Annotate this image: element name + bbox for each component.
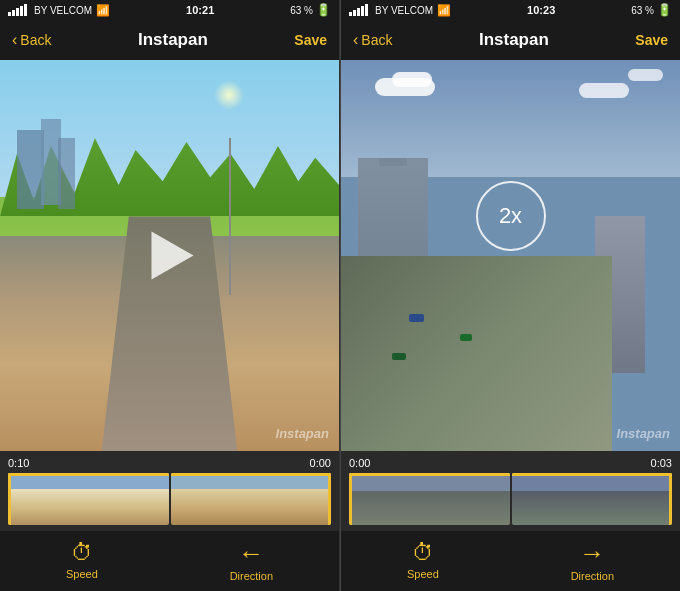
status-left: BY VELCOM 📶 (8, 4, 110, 17)
time-end-right: 0:03 (651, 457, 672, 469)
time-start-right: 0:00 (349, 457, 370, 469)
carrier-right: BY VELCOM (375, 5, 433, 16)
signal-icon-right (349, 4, 368, 16)
nav-bar-left: ‹ Back Instapan Save (0, 20, 339, 60)
wifi-icon: 📶 (96, 4, 110, 17)
border-b (8, 473, 169, 476)
cloud-2 (392, 72, 432, 87)
border-l (8, 473, 11, 525)
time-start-left: 0:10 (8, 457, 29, 469)
back-label-right: Back (361, 32, 392, 48)
video-area-left[interactable]: Instapan (0, 60, 339, 451)
city-scene (341, 60, 680, 451)
wifi-icon-right: 📶 (437, 4, 451, 17)
status-bar-right: BY VELCOM 📶 10:23 63 % 🔋 (341, 0, 680, 20)
speed-icon-right: ⏱ (412, 542, 434, 564)
app-title-right: Instapan (479, 30, 549, 50)
controls-bar-right: ⏱ Speed → Direction (341, 531, 680, 591)
carrier-left: BY VELCOM (34, 5, 92, 16)
chevron-left-icon-right: ‹ (353, 31, 358, 49)
timeline-strip-left[interactable] (8, 473, 331, 525)
frame-2-left[interactable] (171, 473, 332, 525)
save-button-right[interactable]: Save (635, 32, 668, 48)
direction-label-right: Direction (571, 570, 614, 582)
speed-label-left: Speed (66, 568, 98, 580)
frame-2-right[interactable] (512, 473, 673, 525)
speed-icon-left: ⏱ (71, 542, 93, 564)
border-r-r (669, 473, 672, 525)
cloud-4 (628, 69, 663, 81)
border-b2 (171, 473, 332, 476)
car-1 (409, 314, 424, 322)
back-button-right[interactable]: ‹ Back (353, 31, 392, 49)
direction-arrow-right: → (579, 540, 605, 566)
controls-bar-left: ⏱ Speed ← Direction (0, 531, 339, 591)
direction-label-left: Direction (230, 570, 273, 582)
battery-icon-right: 🔋 (657, 3, 672, 17)
signal-icon (8, 4, 27, 16)
frame-1-right[interactable] (349, 473, 510, 525)
border-b-r2 (512, 473, 673, 476)
right-phone-screen: BY VELCOM 📶 10:23 63 % 🔋 ‹ Back Instapan… (340, 0, 680, 591)
timecodes-left: 0:10 0:00 (8, 457, 331, 469)
road-area (341, 256, 612, 452)
direction-btn-left[interactable]: ← Direction (230, 540, 273, 582)
back-button-left[interactable]: ‹ Back (12, 31, 51, 49)
timecodes-right: 0:00 0:03 (349, 457, 672, 469)
time-right: 10:23 (527, 4, 555, 16)
time-left: 10:21 (186, 4, 214, 16)
building-3 (58, 138, 75, 208)
nav-bar-right: ‹ Back Instapan Save (341, 20, 680, 60)
zoom-indicator: 2x (476, 181, 546, 251)
video-area-right[interactable]: 2x Instapan (341, 60, 680, 451)
battery-icon-left: 🔋 (316, 3, 331, 17)
save-button-left[interactable]: Save (294, 32, 327, 48)
battery-area-right: 63 % 🔋 (631, 3, 672, 17)
cloud-3 (579, 83, 629, 98)
speed-label-right: Speed (407, 568, 439, 580)
chevron-left-icon: ‹ (12, 31, 17, 49)
timeline-left[interactable]: 0:10 0:00 (0, 451, 339, 531)
border-l-r (349, 473, 352, 525)
status-bar-left: BY VELCOM 📶 10:21 63 % 🔋 (0, 0, 339, 20)
app-title-left: Instapan (138, 30, 208, 50)
status-left-right: BY VELCOM 📶 (349, 4, 451, 17)
direction-btn-right[interactable]: → Direction (571, 540, 614, 582)
sun (214, 80, 244, 110)
speed-btn-right[interactable]: ⏱ Speed (407, 542, 439, 580)
left-phone-screen: BY VELCOM 📶 10:21 63 % 🔋 ‹ Back Instapan… (0, 0, 340, 591)
car-2 (460, 334, 472, 341)
watermark-right: Instapan (617, 426, 670, 441)
direction-arrow-left: ← (238, 540, 264, 566)
watermark-left: Instapan (276, 426, 329, 441)
timeline-strip-right[interactable] (349, 473, 672, 525)
frame-1-left[interactable] (8, 473, 169, 525)
battery-pct-right: 63 % (631, 5, 654, 16)
border-b-r (349, 473, 510, 476)
zoom-value: 2x (499, 203, 522, 229)
light-post (229, 138, 231, 294)
border-r (328, 473, 331, 525)
timeline-right[interactable]: 0:00 0:03 (341, 451, 680, 531)
battery-pct-left: 63 % (290, 5, 313, 16)
battery-area-left: 63 % 🔋 (290, 3, 331, 17)
car-3 (392, 353, 406, 360)
back-label-left: Back (20, 32, 51, 48)
time-end-left: 0:00 (310, 457, 331, 469)
speed-btn-left[interactable]: ⏱ Speed (66, 542, 98, 580)
